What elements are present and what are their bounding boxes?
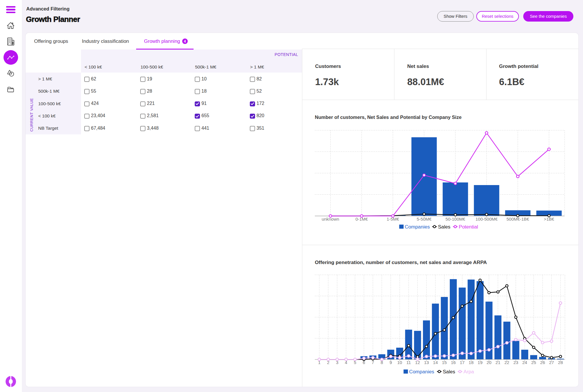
svg-text:500M€-1B€: 500M€-1B€ (507, 217, 529, 222)
svg-text:0-1M€: 0-1M€ (355, 217, 368, 222)
svg-text:8: 8 (381, 360, 383, 365)
svg-text:Sales: Sales (443, 369, 455, 375)
svg-text:3: 3 (336, 360, 338, 365)
svg-text:11: 11 (406, 360, 411, 365)
svg-text:24: 24 (522, 360, 527, 365)
svg-text:13: 13 (424, 360, 429, 365)
svg-text:17: 17 (460, 360, 465, 365)
svg-text:19: 19 (478, 360, 483, 365)
svg-text:5: 5 (354, 360, 356, 365)
svg-text:22: 22 (504, 360, 509, 365)
svg-text:9: 9 (389, 360, 392, 365)
svg-text:unknown: unknown (322, 217, 339, 222)
svg-text:Potential: Potential (459, 224, 478, 230)
svg-text:Offering penetration, number o: Offering penetration, number of customer… (315, 259, 487, 265)
svg-text:7: 7 (372, 360, 374, 365)
svg-text:28: 28 (558, 360, 563, 365)
svg-text:6: 6 (363, 360, 365, 365)
svg-text:21: 21 (496, 360, 501, 365)
svg-text:Arpa: Arpa (463, 369, 474, 375)
svg-text:14: 14 (433, 360, 438, 365)
svg-text:Companies: Companies (409, 369, 434, 375)
svg-text:23: 23 (513, 360, 518, 365)
svg-text:5-50M€: 5-50M€ (417, 217, 432, 222)
svg-text:27: 27 (549, 360, 554, 365)
svg-text:Sales: Sales (438, 224, 451, 230)
svg-text:20: 20 (487, 360, 491, 365)
svg-text:10: 10 (397, 360, 402, 365)
svg-text:100-500M€: 100-500M€ (475, 217, 498, 222)
svg-text:15: 15 (442, 360, 447, 365)
svg-text:18: 18 (469, 360, 474, 365)
svg-text:25: 25 (531, 360, 536, 365)
svg-text:16: 16 (451, 360, 456, 365)
svg-text:1: 1 (318, 360, 320, 365)
svg-text:1-5M€: 1-5M€ (387, 217, 399, 222)
svg-text:2: 2 (327, 360, 329, 365)
svg-text:Companies: Companies (405, 224, 430, 230)
svg-text:12: 12 (415, 360, 420, 365)
svg-text:Number of customers, Net Sales: Number of customers, Net Sales and Poten… (315, 115, 461, 120)
svg-text:4: 4 (345, 360, 347, 365)
svg-text:50-100M€: 50-100M€ (445, 217, 465, 222)
svg-text:>1B€: >1B€ (544, 217, 554, 222)
svg-text:26: 26 (540, 360, 545, 365)
